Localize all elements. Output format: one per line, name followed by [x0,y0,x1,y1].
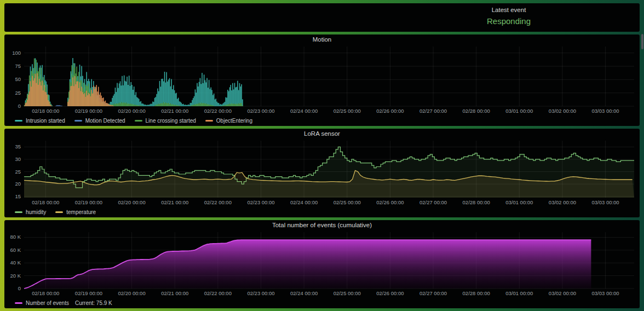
x-tick-label: 02/26 00:00 [376,290,404,296]
dashboard-background: { "latest_event": { "title": "Latest eve… [0,0,644,311]
events-chart[interactable]: 020 K40 K60 K80 K02/18 00:0002/19 00:000… [4,230,640,297]
x-tick-label: 02/18 00:00 [32,199,59,205]
legend-series-label: humidity [26,209,46,215]
legend-item-motion-detected[interactable]: Motion Detected [74,118,125,124]
events-legend: Number of eventsCurrent: 75.9 K [4,297,640,308]
legend-series-label: ObjectEntering [216,118,252,124]
y-tick-label: 80 K [10,234,21,240]
motion-legend: Intrusion startedMotion DetectedLine cro… [4,115,640,126]
x-tick-label: 02/22 00:00 [204,199,232,205]
legend-series-label: temperature [66,209,96,215]
latest-event-stat: Latest event Responding [378,3,640,32]
x-tick-label: 02/20 00:00 [118,199,145,205]
y-tick-label: 40 K [10,260,21,266]
x-tick-label: 02/27 00:00 [419,290,447,296]
legend-series-dash [135,120,142,122]
events-chart-svg: 020 K40 K60 K80 K02/18 00:0002/19 00:000… [4,230,640,297]
scrollbar-thumb[interactable] [641,34,643,49]
x-tick-label: 02/23 00:00 [247,290,274,296]
x-tick-label: 02/25 00:00 [334,290,361,296]
legend-series-dash [55,211,63,213]
x-tick-label: 02/23 00:00 [247,108,274,114]
total-events-panel: Total number of events (cumulative) 020 … [4,220,640,308]
x-tick-label: 02/21 00:00 [161,199,188,205]
y-tick-label: 60 K [10,247,21,253]
series-objectentering [24,73,114,106]
legend-series-dash [15,211,22,213]
motion-panel: Motion 025507510002/18 00:0002/19 00:000… [4,34,640,126]
latest-event-panel: Latest event Responding [4,3,640,32]
x-tick-label: 02/21 00:00 [161,290,188,296]
legend-current-value: Current: 75.9 K [75,300,112,306]
x-tick-label: 02/19 00:00 [75,108,102,114]
legend-series-dash [74,120,82,122]
x-tick-label: 02/23 00:00 [247,199,274,205]
dashboard-panel-stack: Latest event Responding Motion 025507510… [4,3,640,308]
series-motion-detected [56,105,62,106]
x-tick-label: 02/19 00:00 [75,290,102,296]
motion-chart[interactable]: 025507510002/18 00:0002/19 00:0002/20 00… [4,44,640,115]
x-tick-label: 02/20 00:00 [118,290,145,296]
legend-item-line-crossing-started[interactable]: Line crossing started [135,118,196,124]
y-tick-label: 35 [15,143,21,149]
x-tick-label: 03/02 00:00 [549,290,576,296]
x-tick-label: 02/25 00:00 [334,199,361,205]
legend-item-number-of-events[interactable]: Number of events [15,300,69,306]
y-tick-label: 20 [15,181,21,187]
y-tick-label: 25 [15,90,21,96]
legend-item-objectentering[interactable]: ObjectEntering [205,118,252,124]
x-tick-label: 02/22 00:00 [204,290,232,296]
legend-item-humidity[interactable]: humidity [15,209,46,215]
legend-item-intrusion-started[interactable]: Intrusion started [15,118,65,124]
latest-event-title: Latest event [492,7,526,13]
legend-series-label: Line crossing started [146,118,196,124]
x-tick-label: 02/19 00:00 [75,199,102,205]
x-tick-label: 02/25 00:00 [334,108,361,114]
x-tick-label: 03/02 00:00 [549,199,576,205]
x-tick-label: 02/21 00:00 [161,108,188,114]
y-tick-label: 30 [15,156,21,162]
series-number-of-events [24,240,591,289]
x-tick-label: 03/01 00:00 [505,290,533,296]
motion-chart-svg: 025507510002/18 00:0002/19 00:0002/20 00… [4,44,640,115]
y-tick-label: 50 [15,76,21,82]
series-intrusion-started [24,58,243,106]
x-tick-label: 02/18 00:00 [32,290,59,296]
x-tick-label: 03/03 00:00 [591,199,619,205]
motion-panel-title: Motion [4,34,640,44]
x-tick-label: 02/24 00:00 [290,290,318,296]
y-tick-label: 0 [18,285,21,291]
events-panel-title: Total number of events (cumulative) [4,220,640,230]
x-tick-label: 03/03 00:00 [591,108,619,114]
y-tick-label: 100 [12,50,21,56]
x-tick-label: 02/26 00:00 [376,199,404,205]
x-tick-label: 03/01 00:00 [505,199,533,205]
x-tick-label: 02/20 00:00 [118,108,145,114]
legend-item-temperature[interactable]: temperature [55,209,96,215]
lora-sensor-panel: LoRA sensor 152025303502/18 00:0002/19 0… [4,129,640,217]
lora-panel-title: LoRA sensor [4,129,640,139]
x-tick-label: 02/28 00:00 [463,290,490,296]
y-tick-label: 0 [18,103,21,109]
lora-chart-svg: 152025303502/18 00:0002/19 00:0002/20 00… [4,139,640,206]
legend-series-label: Number of events [26,300,69,306]
x-tick-label: 02/28 00:00 [463,108,490,114]
y-tick-label: 20 K [10,273,21,279]
x-tick-label: 03/03 00:00 [591,290,619,296]
y-tick-label: 15 [15,193,21,199]
lora-legend: humiditytemperature [4,206,640,217]
legend-series-dash [15,120,22,122]
x-tick-label: 03/02 00:00 [549,108,576,114]
legend-series-label: Motion Detected [85,118,125,124]
x-tick-label: 02/24 00:00 [290,199,318,205]
x-tick-label: 02/24 00:00 [290,108,318,114]
lora-chart[interactable]: 152025303502/18 00:0002/19 00:0002/20 00… [4,139,640,206]
latest-event-value: Responding [487,16,531,26]
x-tick-label: 02/28 00:00 [463,199,490,205]
x-tick-label: 02/27 00:00 [419,108,447,114]
legend-series-dash [205,120,213,122]
x-tick-label: 02/22 00:00 [204,108,232,114]
x-tick-label: 02/18 00:00 [32,108,59,114]
legend-series-dash [15,302,22,304]
x-tick-label: 02/26 00:00 [376,108,404,114]
